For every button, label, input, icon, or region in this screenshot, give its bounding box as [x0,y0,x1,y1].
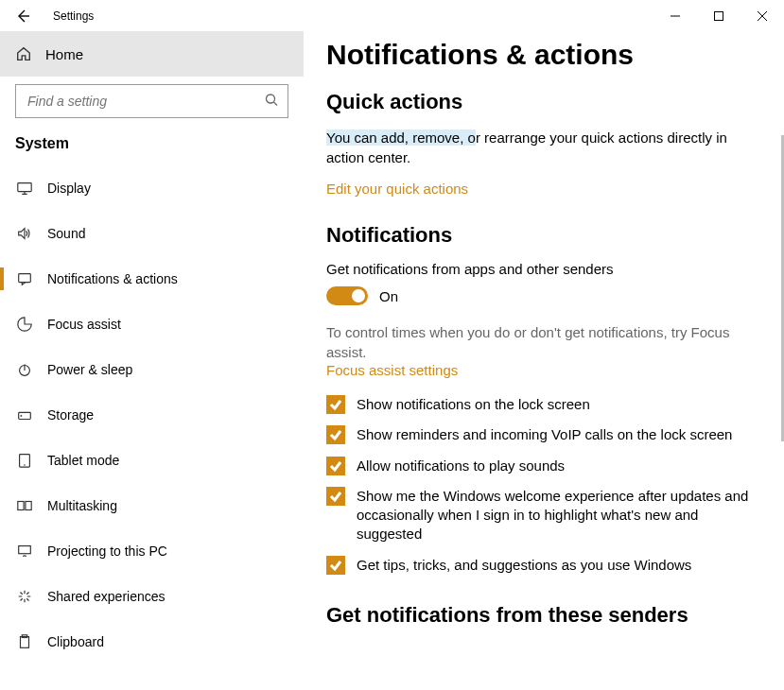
checkbox-icon [326,487,345,506]
toggle-state: On [379,288,398,304]
svg-rect-3 [19,274,31,283]
svg-rect-11 [19,546,31,554]
checkbox-reminders-voip[interactable]: Show reminders and incoming VoIP calls o… [326,425,752,444]
sound-icon [15,225,34,242]
sidebar-item-sharedexp[interactable]: Shared experiences [0,574,304,619]
sidebar-item-label: Storage [47,407,94,423]
sidebar-item-label: Sound [47,226,85,241]
checkbox-welcome-experience[interactable]: Show me the Windows welcome experience a… [326,487,752,544]
title-bar: Settings [0,0,784,31]
power-icon [15,361,34,378]
minimize-button[interactable] [653,0,697,31]
sidebar-item-label: Notifications & actions [47,271,178,286]
sidebar-nav: Display Sound Notifications & actions Fo… [0,165,304,690]
sidebar-item-multitasking[interactable]: Multitasking [0,483,304,528]
clipboard-icon [15,633,34,650]
senders-heading: Get notifications from these senders [326,603,761,628]
svg-rect-2 [18,183,31,192]
checkbox-lock-screen[interactable]: Show notifications on the lock screen [326,395,752,414]
focus-hint: To control times when you do or don't ge… [326,322,742,362]
sidebar-item-label: Tablet mode [47,453,119,468]
notifications-icon [15,270,34,287]
edit-quick-actions-link[interactable]: Edit your quick actions [326,181,761,197]
checkbox-play-sounds[interactable]: Allow notifications to play sounds [326,457,752,475]
sidebar-item-focusassist[interactable]: Focus assist [0,302,304,347]
sidebar-item-tablet[interactable]: Tablet mode [0,438,304,483]
notifications-toggle[interactable] [326,286,368,305]
page-title: Notifications & actions [326,39,761,71]
sidebar-item-label: Projecting to this PC [47,543,167,559]
sidebar-item-sound[interactable]: Sound [0,211,304,256]
checkbox-icon [326,395,345,414]
home-icon [15,45,32,62]
notifications-heading: Notifications [326,223,761,248]
checkbox-label: Get tips, tricks, and suggestions as you… [357,556,691,575]
checkbox-icon [326,425,345,444]
display-icon [15,180,34,197]
sidebar-item-label: Shared experiences [47,589,166,604]
checkbox-tips-tricks[interactable]: Get tips, tricks, and suggestions as you… [326,556,752,575]
svg-rect-9 [18,502,24,510]
window-title: Settings [45,9,653,23]
sidebar-item-label: Clipboard [47,634,104,649]
checkbox-label: Allow notifications to play sounds [357,457,565,475]
sidebar-item-projecting[interactable]: Projecting to this PC [0,528,304,574]
sidebar-item-notifications[interactable]: Notifications & actions [0,256,304,302]
shared-exp-icon [15,588,34,605]
sidebar-item-label: Power & sleep [47,362,132,377]
search-icon [265,94,278,110]
checkbox-icon [326,556,345,575]
sidebar-item-clipboard[interactable]: Clipboard [0,619,304,664]
close-button[interactable] [740,0,784,31]
sidebar-item-power[interactable]: Power & sleep [0,347,304,392]
home-button[interactable]: Home [0,31,304,77]
sidebar-item-display[interactable]: Display [0,165,304,211]
maximize-button[interactable] [697,0,740,31]
storage-icon [15,406,34,423]
focus-assist-settings-link[interactable]: Focus assist settings [326,362,761,378]
svg-point-1 [267,95,275,103]
sidebar-item-label: Multitasking [47,498,117,513]
sidebar-group-title: System [0,135,304,165]
sidebar: Home System Display Sound [0,31,304,690]
checkbox-icon [326,457,345,475]
checkbox-label: Show reminders and incoming VoIP calls o… [357,425,732,444]
svg-point-8 [24,464,25,465]
notifications-label: Get notifications from apps and other se… [326,261,761,277]
focus-assist-icon [15,316,34,333]
checkbox-label: Show notifications on the lock screen [357,395,590,414]
svg-rect-10 [26,502,31,510]
svg-rect-12 [21,637,29,648]
multitasking-icon [15,497,34,514]
sidebar-item-storage[interactable]: Storage [0,392,304,438]
sidebar-item-label: Display [47,181,91,196]
checkbox-label: Show me the Windows welcome experience a… [357,487,752,544]
home-label: Home [45,46,83,62]
svg-rect-0 [715,11,723,20]
back-button[interactable] [0,0,45,31]
quick-actions-desc: You can add, remove, or rearrange your q… [326,128,742,167]
main-content: Notifications & actions Quick actions Yo… [304,31,784,690]
svg-point-6 [21,415,23,417]
sidebar-item-label: Focus assist [47,317,121,332]
tablet-icon [15,452,34,469]
quick-actions-heading: Quick actions [326,90,761,114]
projecting-icon [15,543,34,560]
search-input[interactable] [15,84,288,118]
